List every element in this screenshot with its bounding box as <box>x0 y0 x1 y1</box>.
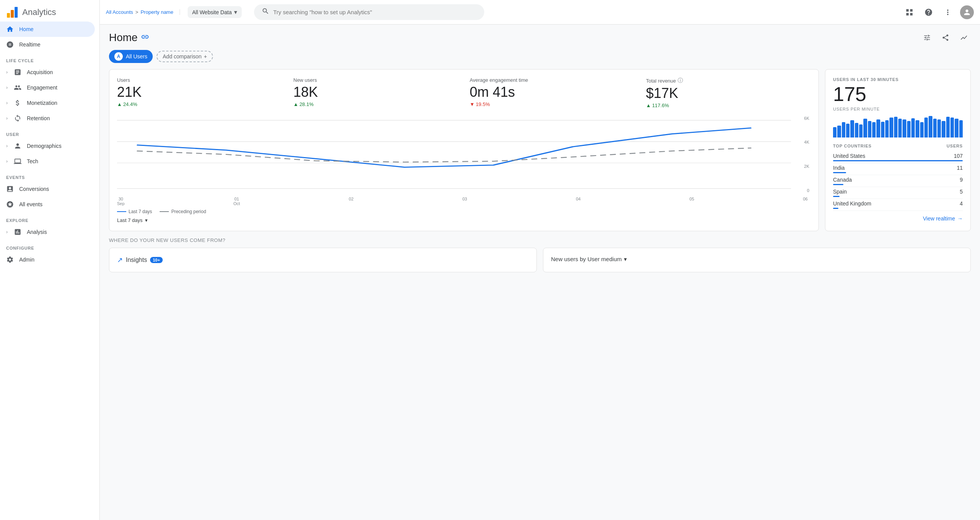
sidebar-item-conversions[interactable]: Conversions <box>0 181 95 197</box>
country-count-4: 4 <box>960 200 963 207</box>
sidebar-item-demographics[interactable]: › Demographics <box>0 138 95 154</box>
revenue-change-pct: 117.6% <box>652 103 669 108</box>
x-label-sep30: 30Sep <box>117 197 125 206</box>
svg-rect-2 <box>15 7 18 18</box>
sidebar-item-admin[interactable]: Admin <box>0 252 95 267</box>
stat-revenue-label: Total revenue ⓘ <box>646 77 811 84</box>
sidebar-item-retention[interactable]: › Retention <box>0 111 95 126</box>
sidebar-item-tech[interactable]: › Tech <box>0 154 95 169</box>
tech-expand-icon: › <box>6 159 8 164</box>
monetization-expand-icon: › <box>6 100 8 106</box>
monetization-label: Monetization <box>27 100 57 106</box>
stat-revenue-change: ▲ 117.6% <box>646 103 811 108</box>
engagement-expand-icon: › <box>6 85 8 90</box>
add-comparison-button[interactable]: Add comparison + <box>157 51 213 62</box>
sidebar-item-acquisition[interactable]: › Acquisition <box>0 65 95 80</box>
country-name-4: United Kingdom <box>833 200 871 207</box>
stat-engagement-value: 0m 41s <box>470 84 635 100</box>
breadcrumb-property[interactable]: Property name <box>140 9 173 15</box>
new-users-header[interactable]: New users by User medium ▾ <box>551 256 963 263</box>
property-select[interactable]: All Website Data ▾ <box>188 6 242 18</box>
sidebar-item-analysis[interactable]: › Analysis <box>0 224 95 240</box>
conversions-label: Conversions <box>19 186 49 192</box>
users-col-label: USERS <box>947 144 963 148</box>
stat-users-label: Users <box>117 77 282 83</box>
search-icon <box>262 7 269 17</box>
new-users-label: New users by User medium <box>551 256 622 262</box>
mini-bar-12 <box>885 120 889 137</box>
realtime-icon <box>6 41 14 48</box>
filter-row: A All Users Add comparison + <box>109 50 971 63</box>
x-label-06: 06 <box>803 197 808 206</box>
insights-trend-icon: ↗ <box>117 256 123 264</box>
realtime-label: USERS IN LAST 30 MINUTES <box>833 77 963 82</box>
mini-bar-25 <box>942 121 945 137</box>
mini-bar-4 <box>850 120 854 137</box>
bottom-section: WHERE DO YOUR NEW USERS COME FROM? ↗ Ins… <box>109 237 971 272</box>
property-dropdown-icon: ▾ <box>234 8 237 16</box>
mini-bar-chart <box>833 114 963 137</box>
sidebar-item-all-events[interactable]: All events <box>0 197 95 212</box>
x-label-02: 02 <box>349 197 353 206</box>
mini-bar-28 <box>955 119 958 138</box>
avatar[interactable] <box>960 5 974 19</box>
breadcrumb-separator: > <box>135 9 139 15</box>
sidebar-item-realtime[interactable]: Realtime <box>0 37 95 52</box>
all-users-filter[interactable]: A All Users <box>109 50 153 63</box>
breadcrumb-all-accounts[interactable]: All Accounts <box>106 9 133 15</box>
legend-previous-line <box>160 211 169 212</box>
engagement-label: Engagement <box>27 84 57 91</box>
analysis-icon <box>14 228 21 236</box>
view-realtime-arrow: → <box>957 215 963 222</box>
stat-users-change: ▲ 24.4% <box>117 101 282 107</box>
events-section-label: EVENTS <box>0 169 99 181</box>
add-icon: + <box>204 53 207 60</box>
stat-new-users-label: New users <box>294 77 459 83</box>
country-count-2: 9 <box>960 177 963 183</box>
mini-bar-22 <box>929 116 932 137</box>
country-row-1: India 11 <box>833 163 963 175</box>
revenue-info-icon[interactable]: ⓘ <box>678 77 683 84</box>
country-row-2: Canada 9 <box>833 175 963 187</box>
insights-button[interactable] <box>957 31 971 45</box>
header-actions <box>920 31 971 45</box>
retention-icon <box>14 114 21 122</box>
analysis-label: Analysis <box>27 229 47 235</box>
y-label-4k: 4K <box>804 140 809 144</box>
sidebar-item-engagement[interactable]: › Engagement <box>0 80 95 95</box>
customize-report-button[interactable] <box>920 31 934 45</box>
stat-new-users: New users 18K ▲ 28.1% <box>294 77 459 108</box>
mini-bar-1 <box>837 126 841 138</box>
grid-icon[interactable] <box>902 5 916 19</box>
share-button[interactable] <box>939 31 952 45</box>
mini-bar-16 <box>902 119 906 137</box>
view-realtime-label: View realtime <box>923 215 955 222</box>
country-name-2: Canada <box>833 177 852 183</box>
engagement-down-arrow: ▼ <box>470 101 475 107</box>
acquisition-icon <box>14 68 21 76</box>
chart-yaxis: 6K 4K 2K 0 <box>803 116 811 193</box>
stat-new-users-change: ▲ 28.1% <box>294 101 459 107</box>
insights-card: ↗ Insights 10+ <box>109 248 537 272</box>
sidebar: Analytics Home Realtime LIFE CYCLE › Acq… <box>0 0 100 520</box>
search-input[interactable] <box>273 9 477 15</box>
new-users-up-arrow: ▲ <box>294 101 299 107</box>
sidebar-item-monetization[interactable]: › Monetization <box>0 95 95 111</box>
retention-expand-icon: › <box>6 116 8 121</box>
date-range-button[interactable]: Last 7 days ▾ <box>117 217 148 223</box>
new-users-card: New users by User medium ▾ <box>543 248 971 272</box>
sidebar-item-home[interactable]: Home <box>0 22 95 37</box>
legend-current-label: Last 7 days <box>129 209 152 214</box>
country-row-3: Spain 5 <box>833 187 963 199</box>
mini-bar-13 <box>889 118 893 137</box>
mini-bar-17 <box>907 121 911 137</box>
more-icon[interactable] <box>941 5 955 19</box>
help-icon[interactable] <box>922 5 935 19</box>
search-bar[interactable] <box>254 4 484 20</box>
users-change-pct: 24.4% <box>123 101 137 107</box>
stat-engagement-label: Average engagement time <box>470 77 635 83</box>
all-events-icon <box>6 200 14 208</box>
view-realtime-link[interactable]: View realtime → <box>833 215 963 222</box>
title-link-icon[interactable] <box>141 33 149 43</box>
mini-bar-0 <box>833 127 836 137</box>
